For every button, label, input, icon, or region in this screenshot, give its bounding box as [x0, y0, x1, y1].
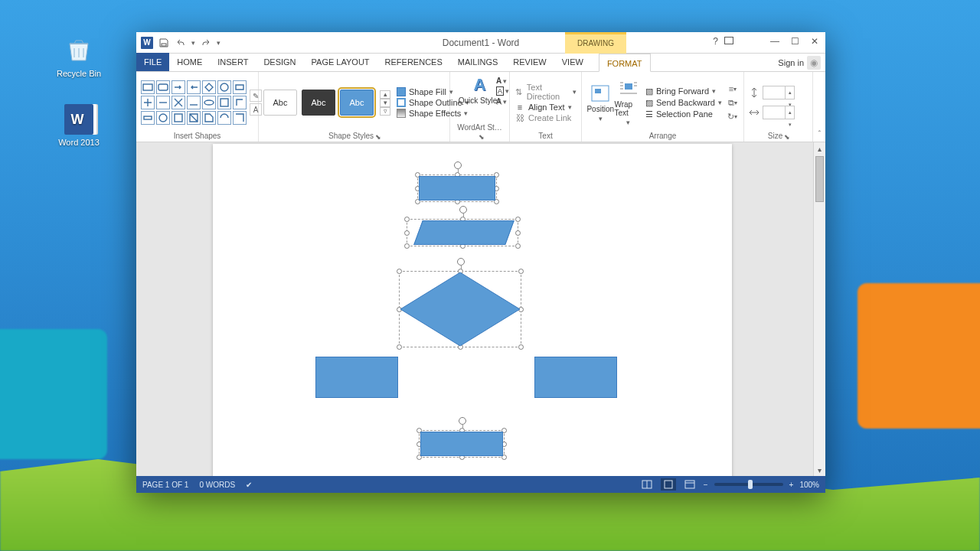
tab-home[interactable]: HOME [169, 53, 210, 71]
text-effects-button[interactable]: A▾ [496, 97, 509, 106]
tab-review[interactable]: REVIEW [505, 53, 554, 71]
dialog-launcher[interactable]: ⬊ [784, 133, 790, 141]
wordart-gallery-icon[interactable]: A [474, 75, 486, 95]
proofing-icon[interactable]: ✔ [246, 481, 252, 489]
send-backward-button[interactable]: ▨Send Backward▾ [645, 98, 722, 108]
print-layout-button[interactable] [661, 478, 676, 491]
maximize-button[interactable]: ☐ [786, 34, 804, 49]
bring-forward-button[interactable]: ▧Bring Forward▾ [645, 86, 722, 96]
tab-page-layout[interactable]: PAGE LAYOUT [304, 53, 377, 71]
group-size: ▴▾ ▴▾ Size⬊ [744, 72, 813, 142]
flowchart-data-shape[interactable] [413, 220, 514, 245]
text-outline-button[interactable]: A▾ [496, 86, 509, 96]
flowchart-process-shape[interactable] [315, 357, 398, 398]
word-count[interactable]: 0 WORDS [199, 481, 235, 489]
resize-handle[interactable] [404, 230, 410, 236]
user-avatar-icon: ◉ [807, 56, 821, 70]
flowchart-process-shape[interactable] [534, 357, 617, 398]
web-layout-button[interactable] [682, 478, 697, 491]
tab-references[interactable]: REFERENCES [377, 53, 450, 71]
flowchart-decision-shape[interactable] [399, 271, 521, 347]
collapse-ribbon-icon[interactable]: ˆ [818, 130, 821, 139]
contextual-tab-header: DRAWING TOOLS [565, 32, 626, 54]
sign-in[interactable]: Sign in ◉ [778, 56, 821, 70]
document-page[interactable] [213, 144, 732, 476]
bring-forward-icon: ▧ [645, 86, 653, 96]
quick-styles-button[interactable]: Quick Styles [459, 96, 501, 105]
dialog-launcher[interactable]: ⬊ [479, 133, 485, 141]
dialog-launcher[interactable]: ⬊ [375, 133, 381, 141]
effects-icon [397, 109, 406, 118]
svg-point-4 [204, 100, 214, 105]
scroll-down-icon[interactable]: ▾ [814, 464, 825, 476]
rotate-handle[interactable] [454, 161, 462, 169]
desktop-icon-word[interactable]: W Word 2013 [52, 104, 106, 147]
close-button[interactable]: ✕ [805, 34, 824, 49]
selection-pane-button[interactable]: ☰Selection Pane [645, 109, 722, 119]
resize-handle[interactable] [404, 243, 410, 249]
tab-view[interactable]: VIEW [554, 53, 591, 71]
text-fill-button[interactable]: A▾ [496, 77, 509, 85]
rotate-button[interactable]: ↻▾ [727, 110, 739, 122]
group-label: Text [514, 130, 577, 140]
redo-icon[interactable] [200, 37, 212, 49]
resize-handle[interactable] [404, 217, 410, 222]
flowchart-process-shape[interactable] [420, 432, 503, 456]
scroll-up-icon[interactable]: ▴ [814, 142, 825, 155]
ribbon-display-options-icon[interactable] [724, 37, 733, 44]
zoom-level[interactable]: 100% [799, 481, 819, 489]
position-icon [590, 83, 611, 103]
spin-down[interactable]: ▾ [786, 119, 794, 131]
undo-icon[interactable] [175, 37, 187, 49]
desktop-icon-recycle-bin[interactable]: Recycle Bin [52, 34, 106, 78]
flowchart-process-shape[interactable] [419, 176, 495, 201]
tab-design[interactable]: DESIGN [256, 53, 303, 71]
scrollbar-thumb[interactable] [815, 156, 824, 202]
resize-handle[interactable] [515, 230, 521, 236]
style-preset-blue[interactable]: Abc [340, 90, 374, 116]
desktop-icon-label: Recycle Bin [57, 69, 101, 78]
wrap-text-button[interactable]: Wrap Text▾ [614, 79, 642, 126]
svg-rect-11 [625, 83, 632, 90]
shapes-gallery[interactable] [141, 80, 247, 125]
resize-handle[interactable] [515, 217, 521, 222]
spin-up[interactable]: ▴ [786, 106, 794, 119]
group-button[interactable]: ⧉▾ [727, 96, 739, 109]
qat-customize[interactable]: ▾ [217, 39, 220, 47]
spin-up[interactable]: ▴ [786, 86, 794, 99]
align-button[interactable]: ≡▾ [727, 83, 739, 95]
tab-insert[interactable]: INSERT [210, 53, 256, 71]
align-text-button[interactable]: ≡Align Text▾ [514, 103, 577, 112]
shape-style-gallery[interactable]: Abc Abc Abc ▴ ▾ ▿ [263, 90, 390, 116]
gallery-more[interactable]: ▿ [380, 107, 390, 116]
desktop-icon-label: Word 2013 [58, 138, 100, 147]
position-button[interactable]: Position▾ [586, 83, 614, 122]
save-icon[interactable] [158, 37, 170, 49]
rotate-handle[interactable] [459, 206, 467, 214]
zoom-out-button[interactable]: − [704, 481, 708, 489]
title-bar[interactable]: W ▾ ▾ Document1 - Word DRAWING TOOLS ? —… [136, 32, 825, 54]
zoom-slider-thumb[interactable] [748, 480, 753, 489]
shape-height-input[interactable]: ▴▾ [763, 86, 795, 99]
zoom-slider[interactable] [714, 483, 783, 486]
document-area[interactable]: ▴ ▾ [136, 142, 825, 476]
zoom-in-button[interactable]: + [789, 481, 794, 489]
tab-format[interactable]: FORMAT [599, 54, 651, 72]
read-mode-button[interactable] [639, 478, 655, 491]
style-preset-light[interactable]: Abc [263, 90, 297, 116]
tab-mailings[interactable]: MAILINGS [450, 53, 506, 71]
undo-dropdown[interactable]: ▾ [191, 39, 195, 47]
vertical-scrollbar[interactable]: ▴ ▾ [813, 142, 825, 476]
style-preset-dark[interactable]: Abc [302, 90, 335, 116]
minimize-button[interactable]: — [766, 34, 784, 49]
gallery-scroll-up[interactable]: ▴ [380, 90, 390, 99]
page-indicator[interactable]: PAGE 1 OF 1 [142, 481, 188, 489]
word-window: W ▾ ▾ Document1 - Word DRAWING TOOLS ? —… [136, 32, 825, 493]
rotate-handle[interactable] [459, 417, 466, 425]
tab-file[interactable]: FILE [136, 53, 169, 71]
rotate-handle[interactable] [457, 258, 465, 266]
shape-width-input[interactable]: ▴▾ [763, 106, 795, 119]
help-icon[interactable]: ? [713, 36, 718, 47]
resize-handle[interactable] [515, 243, 521, 249]
gallery-scroll-down[interactable]: ▾ [380, 99, 390, 107]
